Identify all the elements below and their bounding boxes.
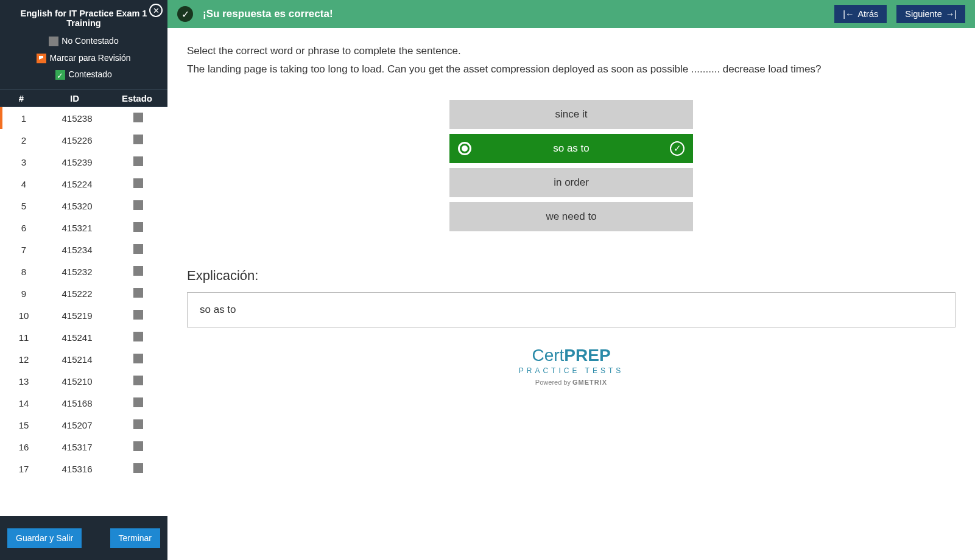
row-num: 11 [2,332,45,343]
row-id: 415234 [45,245,109,255]
status-icon [133,310,143,320]
status-icon [133,113,143,122]
row-num: 5 [2,201,45,211]
col-id: ID [43,93,107,103]
row-status [109,463,167,475]
row-num: 3 [2,157,45,167]
check-circle-icon: ✓ [177,6,193,22]
row-status [109,200,167,212]
question-row[interactable]: 7415234 [0,239,167,261]
row-num: 13 [2,376,45,387]
exam-title: English for IT Practice Exam 1 Training [0,0,167,34]
row-id: 415210 [45,376,109,387]
question-row[interactable]: 8415232 [0,261,167,282]
row-status [109,244,167,256]
answer-option[interactable]: so as to✓ [449,134,693,163]
status-icon [133,397,143,407]
row-id: 415316 [45,464,109,474]
status-icon [133,178,143,188]
close-icon[interactable]: ✕ [149,4,163,17]
row-status [109,135,167,146]
row-id: 415168 [45,398,109,408]
row-id: 415321 [45,223,109,233]
answer-option[interactable]: we need to [449,202,693,231]
row-id: 415219 [45,310,109,321]
row-status [109,354,167,365]
question-row[interactable]: 5415320 [0,195,167,217]
answer-option[interactable]: since it [449,100,693,129]
row-num: 2 [2,135,45,145]
row-num: 15 [2,420,45,430]
explanation-box: so as to [187,292,956,327]
row-num: 8 [2,267,45,277]
row-id: 415226 [45,135,109,145]
row-status [109,156,167,168]
row-id: 415224 [45,179,109,189]
question-row[interactable]: 10415219 [0,304,167,326]
row-status [109,178,167,190]
logo-subtitle: PRACTICE TESTS [187,366,956,375]
question-row[interactable]: 4415224 [0,173,167,195]
row-status [109,266,167,278]
question-row[interactable]: 12415214 [0,348,167,370]
radio-selected-icon [458,142,471,155]
row-id: 415238 [45,113,109,124]
save-exit-button[interactable]: Guardar y Salir [7,528,82,548]
question-row[interactable]: 9415222 [0,282,167,304]
col-num: # [0,93,43,103]
option-text: so as to [553,142,590,155]
status-icon [133,332,143,341]
status-icon [133,156,143,166]
row-status [109,441,167,453]
flag-icon [37,54,46,63]
row-id: 415232 [45,267,109,277]
row-id: 415222 [45,289,109,299]
question-list[interactable]: 1415238241522634152394415224541532064153… [0,107,167,516]
row-status [109,397,167,409]
legend-marcar: Marcar para Revisión [37,51,130,66]
status-icon [133,135,143,144]
question-row[interactable]: 15415207 [0,414,167,436]
row-status [109,113,167,124]
question-row[interactable]: 1415238 [0,107,167,129]
question-row[interactable]: 17415316 [0,458,167,480]
question-prompt: Select the correct word or phrase to com… [187,45,956,57]
explanation-title: Explicación: [187,268,956,284]
status-icon [133,222,143,232]
legend-contestado: Contestado [55,68,112,82]
question-row[interactable]: 3415239 [0,151,167,173]
result-banner: ✓ ¡Su respuesta es correcta! |←Atrás Sig… [167,0,975,28]
option-text: in order [554,177,589,189]
status-icon [133,266,143,276]
arrow-next-icon: →| [946,9,957,19]
row-id: 415241 [45,332,109,343]
question-row[interactable]: 2415226 [0,129,167,151]
row-num: 14 [2,398,45,408]
row-num: 9 [2,289,45,299]
row-status [109,288,167,299]
logo-gmetrix: Powered by GMETRIX [187,379,956,386]
status-icon [133,441,143,451]
status-icon [133,463,143,473]
question-row[interactable]: 16415317 [0,436,167,458]
row-id: 415317 [45,442,109,452]
question-row[interactable]: 11415241 [0,326,167,348]
row-num: 4 [2,179,45,189]
finish-button[interactable]: Terminar [110,528,160,548]
status-icon [133,288,143,298]
answer-option[interactable]: in order [449,168,693,197]
row-id: 415214 [45,354,109,365]
question-row[interactable]: 14415168 [0,392,167,414]
status-icon [133,200,143,210]
question-list-header: # ID Estado [0,89,167,107]
question-row[interactable]: 13415210 [0,370,167,392]
row-id: 415320 [45,201,109,211]
certprep-logo: CertPREP [187,346,956,365]
banner-title: ¡Su respuesta es correcta! [203,8,825,20]
back-button[interactable]: |←Atrás [834,5,887,23]
row-status [109,222,167,234]
status-icon [133,244,143,254]
row-id: 415207 [45,420,109,430]
next-button[interactable]: Siguiente→| [896,5,965,23]
question-row[interactable]: 6415321 [0,217,167,239]
